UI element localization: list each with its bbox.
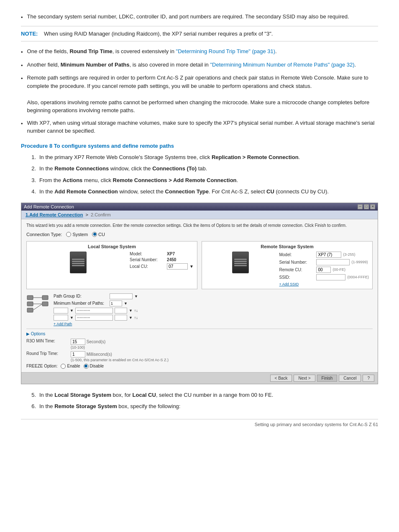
local-storage-box: Local Storage System Model: XP7 [26, 241, 197, 289]
step-4-num: 4. [29, 188, 36, 196]
local-cu-input[interactable] [167, 263, 188, 270]
wizard-step-1[interactable]: 1.Add Remote Connection [26, 212, 83, 217]
remote-model-label: Model: [279, 252, 315, 257]
svg-rect-4 [42, 302, 48, 306]
min-paths-input[interactable] [110, 301, 122, 306]
radio-cu-label: CU [98, 232, 105, 237]
remote-cu-row: Remote CU: (00-FE) [279, 267, 369, 273]
path-remote-port-1[interactable] [115, 308, 127, 314]
step-6-num: 6. [29, 402, 36, 411]
step-4-bold2: Connection Type [165, 188, 209, 195]
remote-storage-title: Remote Storage System [205, 244, 369, 249]
bullet-3-bold: Minimum Number of Paths [61, 62, 130, 68]
freeze-disable-radio[interactable] [84, 364, 89, 369]
remote-ssid-label: SSID: [279, 275, 315, 280]
back-button[interactable]: < Back [270, 375, 292, 382]
step-4-bold1: Add Remote Connection [54, 188, 118, 195]
path-remote-port-2[interactable] [115, 315, 127, 321]
remote-serial-label: Serial Number: [279, 260, 315, 265]
remote-paths-icon-col [26, 293, 49, 326]
next-button[interactable]: Next > [294, 375, 315, 382]
options-link[interactable]: ▶ Options [26, 332, 45, 336]
path-dots-1: •••••••••• [75, 308, 113, 314]
step-6-text: In the Remote Storage System box, specif… [39, 402, 180, 411]
radio-system-circle[interactable] [66, 232, 71, 237]
cancel-button[interactable]: Cancel [339, 375, 361, 382]
note-label: NOTE: [21, 31, 38, 37]
dialog-titlebar: Add Remote Connection ─ □ ✕ [21, 203, 378, 211]
r3o-min-hint: (10-100) [71, 345, 85, 350]
options-left: R3O MIN Time: Second(s) (10-100) Round T… [26, 339, 169, 369]
add-ssid-button[interactable]: + Add SSID [279, 282, 369, 286]
freeze-enable-option[interactable]: Enable [61, 364, 80, 369]
local-serial-value: 2450 [167, 257, 176, 262]
bullet-1: • The secondary system serial number, LD… [21, 13, 378, 22]
storage-systems-row: Local Storage System Model: XP7 [26, 241, 373, 289]
wizard-arrow: > [86, 212, 88, 217]
radio-system[interactable]: System [66, 232, 88, 237]
freeze-disable-option[interactable]: Disable [84, 364, 104, 369]
remote-cu-input[interactable] [316, 267, 331, 273]
bullet-dot-3: • [21, 62, 23, 70]
bullet-4: • Remote path settings are required in o… [21, 74, 378, 115]
procedure-heading: Procedure 8 To configure systems and def… [21, 143, 378, 149]
path-local-port-2[interactable] [54, 315, 68, 321]
svg-rect-2 [27, 308, 33, 312]
remote-cu-label: Remote CU: [279, 267, 315, 272]
step-4-bold3: CU [266, 188, 274, 195]
numbered-list: 1. In the primary XP7 Remote Web Console… [29, 153, 378, 196]
help-button[interactable]: ? [363, 375, 374, 382]
step-6: 6. In the Remote Storage System box, spe… [29, 402, 378, 411]
remote-model-row: Model: (3-255) [279, 252, 369, 258]
page-footer: Setting up primary and secondary systems… [21, 419, 378, 427]
options-fields: R3O MIN Time: Second(s) (10-100) Round T… [26, 339, 373, 369]
bullet-3-link[interactable]: "Determining Minimum Number of Remote Pa… [210, 62, 354, 68]
wizard-step-2[interactable]: 2.Confirm [91, 212, 111, 217]
freeze-enable-label: Enable [67, 364, 80, 368]
freeze-enable-radio[interactable] [61, 364, 66, 369]
minimize-button[interactable]: ─ [358, 204, 363, 209]
step-2-num: 2. [29, 164, 36, 173]
radio-cu-circle[interactable] [92, 232, 97, 237]
add-path-button[interactable]: + Add Path [54, 322, 373, 326]
local-model-label: Model: [130, 252, 165, 256]
local-storage-icon [70, 252, 87, 273]
bullet-5: • With XP7, when using virtual storage m… [21, 119, 378, 135]
bullet-2-link[interactable]: "Determining Round Trip Time" (page 31) [176, 48, 276, 54]
remote-serial-row: Serial Number: (1-99999) [279, 259, 369, 265]
local-model-value: XP7 [167, 252, 175, 256]
radio-cu[interactable]: CU [92, 232, 105, 237]
finish-button[interactable]: Finish [317, 375, 338, 382]
remote-storage-box: Remote Storage System Model: (3-255) [202, 241, 373, 289]
step-2-text: In the Remote Connections window, click … [39, 164, 207, 173]
remote-serial-input[interactable] [316, 259, 350, 265]
remote-ssid-input[interactable] [316, 274, 345, 280]
round-trip-input[interactable] [71, 351, 85, 357]
path-local-port-1[interactable] [54, 308, 68, 314]
r3o-min-label: R3O MIN Time: [26, 339, 68, 343]
bullet-3-text: Another field, Minimum Number of Paths, … [27, 61, 356, 70]
step-5-text: In the Local Storage System box, for Loc… [39, 391, 273, 399]
local-storage-title: Local Storage System [30, 244, 194, 249]
min-paths-dropdown[interactable]: ▼ [124, 301, 128, 306]
round-trip-label: Round Trip Time: [26, 351, 68, 356]
path-group-input[interactable] [110, 293, 133, 299]
note-box: NOTE: When using RAID Manager (including… [21, 26, 378, 42]
bullet-1-text: The secondary system serial number, LDKC… [27, 13, 349, 22]
bullet-3: • Another field, Minimum Number of Paths… [21, 61, 378, 70]
dialog-body: This wizard lets you add a remote connec… [21, 219, 378, 372]
path-group-row: Path Group ID: ▼ [54, 293, 373, 299]
svg-rect-0 [27, 296, 33, 300]
maximize-button[interactable]: □ [364, 204, 369, 209]
path-entry-1: ▼ •••••••••• ▼ ↑↓ [54, 308, 373, 314]
remote-model-input[interactable] [316, 252, 341, 258]
close-button[interactable]: ✕ [370, 204, 375, 209]
connection-type-row: Connection Type: System CU [26, 232, 373, 237]
local-model-row: Model: XP7 [130, 252, 194, 256]
remote-storage-icon [232, 252, 249, 273]
path-group-dropdown[interactable]: ▼ [134, 294, 138, 298]
wizard-bar: 1.Add Remote Connection > 2.Confirm [21, 211, 378, 219]
r3o-min-input[interactable] [71, 339, 85, 345]
step-5-bold2: Local CU [133, 392, 156, 398]
options-label: Options [31, 332, 45, 336]
